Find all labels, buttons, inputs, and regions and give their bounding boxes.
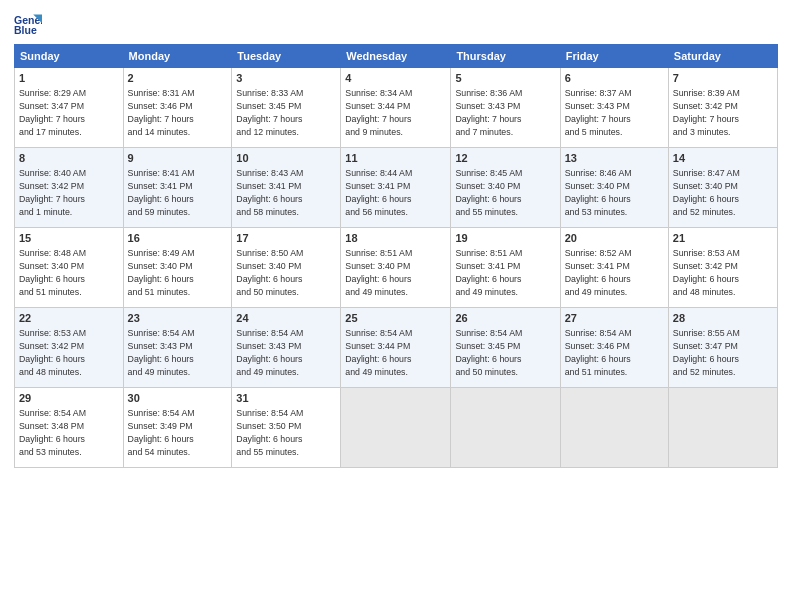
day-info: Sunrise: 8:55 AM Sunset: 3:47 PM Dayligh… bbox=[673, 327, 773, 378]
day-number: 6 bbox=[565, 71, 664, 86]
calendar-cell: 31Sunrise: 8:54 AM Sunset: 3:50 PM Dayli… bbox=[232, 388, 341, 468]
svg-text:Blue: Blue bbox=[14, 24, 37, 36]
calendar-cell: 8Sunrise: 8:40 AM Sunset: 3:42 PM Daylig… bbox=[15, 148, 124, 228]
weekday-header-thursday: Thursday bbox=[451, 45, 560, 68]
day-number: 2 bbox=[128, 71, 228, 86]
day-number: 18 bbox=[345, 231, 446, 246]
calendar-cell: 18Sunrise: 8:51 AM Sunset: 3:40 PM Dayli… bbox=[341, 228, 451, 308]
calendar-cell: 27Sunrise: 8:54 AM Sunset: 3:46 PM Dayli… bbox=[560, 308, 668, 388]
calendar-cell: 21Sunrise: 8:53 AM Sunset: 3:42 PM Dayli… bbox=[668, 228, 777, 308]
day-info: Sunrise: 8:49 AM Sunset: 3:40 PM Dayligh… bbox=[128, 247, 228, 298]
day-number: 13 bbox=[565, 151, 664, 166]
day-number: 16 bbox=[128, 231, 228, 246]
week-row-4: 22Sunrise: 8:53 AM Sunset: 3:42 PM Dayli… bbox=[15, 308, 778, 388]
day-number: 19 bbox=[455, 231, 555, 246]
day-number: 24 bbox=[236, 311, 336, 326]
day-number: 9 bbox=[128, 151, 228, 166]
calendar-cell: 26Sunrise: 8:54 AM Sunset: 3:45 PM Dayli… bbox=[451, 308, 560, 388]
day-info: Sunrise: 8:43 AM Sunset: 3:41 PM Dayligh… bbox=[236, 167, 336, 218]
calendar-cell: 24Sunrise: 8:54 AM Sunset: 3:43 PM Dayli… bbox=[232, 308, 341, 388]
day-number: 5 bbox=[455, 71, 555, 86]
calendar-cell: 6Sunrise: 8:37 AM Sunset: 3:43 PM Daylig… bbox=[560, 68, 668, 148]
day-number: 29 bbox=[19, 391, 119, 406]
day-info: Sunrise: 8:33 AM Sunset: 3:45 PM Dayligh… bbox=[236, 87, 336, 138]
day-info: Sunrise: 8:46 AM Sunset: 3:40 PM Dayligh… bbox=[565, 167, 664, 218]
calendar-cell: 3Sunrise: 8:33 AM Sunset: 3:45 PM Daylig… bbox=[232, 68, 341, 148]
calendar-cell: 29Sunrise: 8:54 AM Sunset: 3:48 PM Dayli… bbox=[15, 388, 124, 468]
weekday-header-row: SundayMondayTuesdayWednesdayThursdayFrid… bbox=[15, 45, 778, 68]
day-number: 8 bbox=[19, 151, 119, 166]
day-number: 28 bbox=[673, 311, 773, 326]
calendar-cell: 30Sunrise: 8:54 AM Sunset: 3:49 PM Dayli… bbox=[123, 388, 232, 468]
day-number: 4 bbox=[345, 71, 446, 86]
day-number: 21 bbox=[673, 231, 773, 246]
day-info: Sunrise: 8:54 AM Sunset: 3:46 PM Dayligh… bbox=[565, 327, 664, 378]
calendar-cell: 20Sunrise: 8:52 AM Sunset: 3:41 PM Dayli… bbox=[560, 228, 668, 308]
day-info: Sunrise: 8:54 AM Sunset: 3:43 PM Dayligh… bbox=[128, 327, 228, 378]
logo: General Blue bbox=[14, 10, 46, 38]
calendar-cell bbox=[668, 388, 777, 468]
day-info: Sunrise: 8:53 AM Sunset: 3:42 PM Dayligh… bbox=[673, 247, 773, 298]
calendar-cell: 10Sunrise: 8:43 AM Sunset: 3:41 PM Dayli… bbox=[232, 148, 341, 228]
day-info: Sunrise: 8:54 AM Sunset: 3:43 PM Dayligh… bbox=[236, 327, 336, 378]
calendar-cell bbox=[560, 388, 668, 468]
week-row-2: 8Sunrise: 8:40 AM Sunset: 3:42 PM Daylig… bbox=[15, 148, 778, 228]
day-number: 26 bbox=[455, 311, 555, 326]
calendar-table: SundayMondayTuesdayWednesdayThursdayFrid… bbox=[14, 44, 778, 468]
calendar-cell: 9Sunrise: 8:41 AM Sunset: 3:41 PM Daylig… bbox=[123, 148, 232, 228]
calendar-cell: 17Sunrise: 8:50 AM Sunset: 3:40 PM Dayli… bbox=[232, 228, 341, 308]
calendar-cell: 16Sunrise: 8:49 AM Sunset: 3:40 PM Dayli… bbox=[123, 228, 232, 308]
calendar-cell: 22Sunrise: 8:53 AM Sunset: 3:42 PM Dayli… bbox=[15, 308, 124, 388]
day-info: Sunrise: 8:54 AM Sunset: 3:45 PM Dayligh… bbox=[455, 327, 555, 378]
weekday-header-saturday: Saturday bbox=[668, 45, 777, 68]
day-info: Sunrise: 8:51 AM Sunset: 3:41 PM Dayligh… bbox=[455, 247, 555, 298]
day-number: 30 bbox=[128, 391, 228, 406]
day-info: Sunrise: 8:36 AM Sunset: 3:43 PM Dayligh… bbox=[455, 87, 555, 138]
calendar-cell: 7Sunrise: 8:39 AM Sunset: 3:42 PM Daylig… bbox=[668, 68, 777, 148]
day-number: 1 bbox=[19, 71, 119, 86]
day-number: 23 bbox=[128, 311, 228, 326]
day-number: 11 bbox=[345, 151, 446, 166]
calendar-cell: 15Sunrise: 8:48 AM Sunset: 3:40 PM Dayli… bbox=[15, 228, 124, 308]
day-number: 3 bbox=[236, 71, 336, 86]
day-info: Sunrise: 8:50 AM Sunset: 3:40 PM Dayligh… bbox=[236, 247, 336, 298]
day-info: Sunrise: 8:37 AM Sunset: 3:43 PM Dayligh… bbox=[565, 87, 664, 138]
week-row-5: 29Sunrise: 8:54 AM Sunset: 3:48 PM Dayli… bbox=[15, 388, 778, 468]
calendar-cell: 23Sunrise: 8:54 AM Sunset: 3:43 PM Dayli… bbox=[123, 308, 232, 388]
day-info: Sunrise: 8:47 AM Sunset: 3:40 PM Dayligh… bbox=[673, 167, 773, 218]
calendar-cell: 14Sunrise: 8:47 AM Sunset: 3:40 PM Dayli… bbox=[668, 148, 777, 228]
calendar-cell bbox=[341, 388, 451, 468]
week-row-1: 1Sunrise: 8:29 AM Sunset: 3:47 PM Daylig… bbox=[15, 68, 778, 148]
weekday-header-wednesday: Wednesday bbox=[341, 45, 451, 68]
header: General Blue bbox=[14, 10, 778, 38]
week-row-3: 15Sunrise: 8:48 AM Sunset: 3:40 PM Dayli… bbox=[15, 228, 778, 308]
calendar-cell: 12Sunrise: 8:45 AM Sunset: 3:40 PM Dayli… bbox=[451, 148, 560, 228]
calendar-cell: 28Sunrise: 8:55 AM Sunset: 3:47 PM Dayli… bbox=[668, 308, 777, 388]
day-number: 31 bbox=[236, 391, 336, 406]
day-info: Sunrise: 8:48 AM Sunset: 3:40 PM Dayligh… bbox=[19, 247, 119, 298]
day-info: Sunrise: 8:45 AM Sunset: 3:40 PM Dayligh… bbox=[455, 167, 555, 218]
calendar-cell: 11Sunrise: 8:44 AM Sunset: 3:41 PM Dayli… bbox=[341, 148, 451, 228]
weekday-header-tuesday: Tuesday bbox=[232, 45, 341, 68]
day-info: Sunrise: 8:51 AM Sunset: 3:40 PM Dayligh… bbox=[345, 247, 446, 298]
day-info: Sunrise: 8:31 AM Sunset: 3:46 PM Dayligh… bbox=[128, 87, 228, 138]
day-info: Sunrise: 8:53 AM Sunset: 3:42 PM Dayligh… bbox=[19, 327, 119, 378]
calendar-cell: 1Sunrise: 8:29 AM Sunset: 3:47 PM Daylig… bbox=[15, 68, 124, 148]
main-container: General Blue SundayMondayTuesdayWednesda… bbox=[0, 0, 792, 478]
day-number: 20 bbox=[565, 231, 664, 246]
day-info: Sunrise: 8:40 AM Sunset: 3:42 PM Dayligh… bbox=[19, 167, 119, 218]
calendar-cell: 13Sunrise: 8:46 AM Sunset: 3:40 PM Dayli… bbox=[560, 148, 668, 228]
day-number: 27 bbox=[565, 311, 664, 326]
day-number: 15 bbox=[19, 231, 119, 246]
weekday-header-monday: Monday bbox=[123, 45, 232, 68]
day-number: 10 bbox=[236, 151, 336, 166]
day-info: Sunrise: 8:54 AM Sunset: 3:50 PM Dayligh… bbox=[236, 407, 336, 458]
day-info: Sunrise: 8:34 AM Sunset: 3:44 PM Dayligh… bbox=[345, 87, 446, 138]
calendar-cell bbox=[451, 388, 560, 468]
day-info: Sunrise: 8:44 AM Sunset: 3:41 PM Dayligh… bbox=[345, 167, 446, 218]
day-info: Sunrise: 8:39 AM Sunset: 3:42 PM Dayligh… bbox=[673, 87, 773, 138]
calendar-cell: 25Sunrise: 8:54 AM Sunset: 3:44 PM Dayli… bbox=[341, 308, 451, 388]
calendar-cell: 19Sunrise: 8:51 AM Sunset: 3:41 PM Dayli… bbox=[451, 228, 560, 308]
logo-icon: General Blue bbox=[14, 10, 42, 38]
calendar-cell: 5Sunrise: 8:36 AM Sunset: 3:43 PM Daylig… bbox=[451, 68, 560, 148]
